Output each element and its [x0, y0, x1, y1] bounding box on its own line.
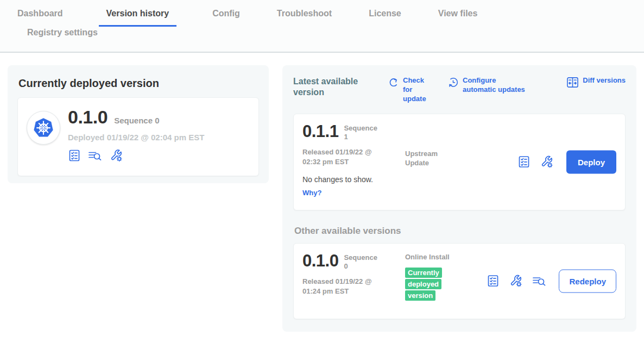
tab-config[interactable]: Config: [211, 9, 241, 25]
other-sequence-label: Sequence 0: [344, 253, 380, 271]
why-link[interactable]: Why?: [302, 189, 321, 197]
available-updates-panel: Latest available version Check for updat…: [282, 65, 636, 332]
kubernetes-logo-icon: [31, 116, 55, 140]
other-source-label: Online Install Currently deployed versio…: [405, 252, 451, 302]
app-logo-circle: [27, 111, 60, 145]
tab-troubleshoot[interactable]: Troubleshoot: [276, 9, 333, 25]
other-versions-title: Other available versions: [294, 226, 626, 237]
deploy-button[interactable]: Deploy: [566, 150, 616, 173]
deploy-logs-icon[interactable]: [88, 149, 102, 162]
tab-license[interactable]: License: [368, 9, 402, 25]
deployed-version-card: 0.1.0 Sequence 0 Deployed 01/19/22 @ 02:…: [17, 97, 259, 176]
latest-released-timestamp: Released 01/19/22 @ 02:32 pm EST: [302, 147, 385, 166]
currently-deployed-badge-wrap: Currently deployed version: [405, 267, 450, 301]
refresh-icon: [388, 77, 399, 88]
currently-deployed-panel: Currently deployed version: [8, 65, 269, 183]
other-source-text: Online Install: [405, 253, 450, 261]
deploy-logs-icon[interactable]: [532, 275, 546, 288]
tab-dashboard[interactable]: Dashboard: [16, 9, 64, 25]
latest-available-title: Latest available version: [293, 76, 375, 98]
config-wrench-gear-icon[interactable]: [540, 155, 554, 169]
deployed-timestamp: Deployed 01/19/22 @ 02:04 pm EST: [68, 133, 204, 142]
diff-versions-link[interactable]: Diff versions: [566, 76, 626, 88]
other-version-number: 0.1.0: [302, 252, 338, 270]
deployed-version-number: 0.1.0: [68, 108, 108, 126]
currently-deployed-badge: Currently deployed version: [405, 268, 442, 301]
diff-icon: [566, 77, 579, 88]
configure-automatic-updates-label: Configure automatic updates: [463, 76, 530, 95]
preflight-checklist-icon[interactable]: [517, 156, 531, 169]
latest-sequence-label: Sequence 1: [344, 124, 380, 142]
clock-refresh-icon: [447, 77, 459, 88]
latest-version-card: 0.1.1 Sequence 1 Released 01/19/22 @ 02:…: [293, 114, 626, 210]
check-for-update-link[interactable]: Check for update: [388, 76, 434, 104]
nav-row-2: Registry settings: [0, 27, 644, 45]
tab-version-history[interactable]: Version history: [99, 9, 177, 27]
updates-header: Latest available version Check for updat…: [293, 76, 626, 104]
config-wrench-gear-icon[interactable]: [509, 274, 523, 288]
other-version-card: 0.1.0 Sequence 0 Released 01/19/22 @ 01:…: [293, 243, 626, 319]
config-wrench-gear-icon[interactable]: [109, 148, 123, 163]
diff-versions-label: Diff versions: [583, 76, 626, 85]
deployed-version-info: 0.1.0 Sequence 0 Deployed 01/19/22 @ 02:…: [68, 108, 204, 163]
preflight-checklist-icon[interactable]: [487, 275, 500, 288]
redeploy-button[interactable]: Redeploy: [559, 269, 616, 293]
other-card-actions: Redeploy: [487, 269, 616, 293]
nav-row-1: Dashboard Version history Config Trouble…: [0, 0, 644, 27]
tab-view-files[interactable]: View files: [437, 9, 479, 25]
currently-deployed-title: Currently deployed version: [18, 77, 259, 90]
deployed-sequence-label: Sequence 0: [114, 116, 159, 125]
check-for-update-label: Check for update: [403, 76, 434, 104]
configure-automatic-updates-link[interactable]: Configure automatic updates: [447, 76, 530, 95]
latest-card-actions: Deploy: [517, 150, 616, 173]
preflight-checklist-icon[interactable]: [68, 149, 81, 162]
latest-version-number: 0.1.1: [302, 123, 338, 141]
other-released-timestamp: Released 01/19/22 @ 01:24 pm EST: [302, 277, 385, 296]
latest-source-label: Upstream Update: [405, 149, 451, 168]
top-navigation: Dashboard Version history Config Trouble…: [0, 0, 644, 53]
tab-registry-settings[interactable]: Registry settings: [26, 28, 99, 45]
no-changes-text: No changes to show.: [302, 175, 616, 184]
